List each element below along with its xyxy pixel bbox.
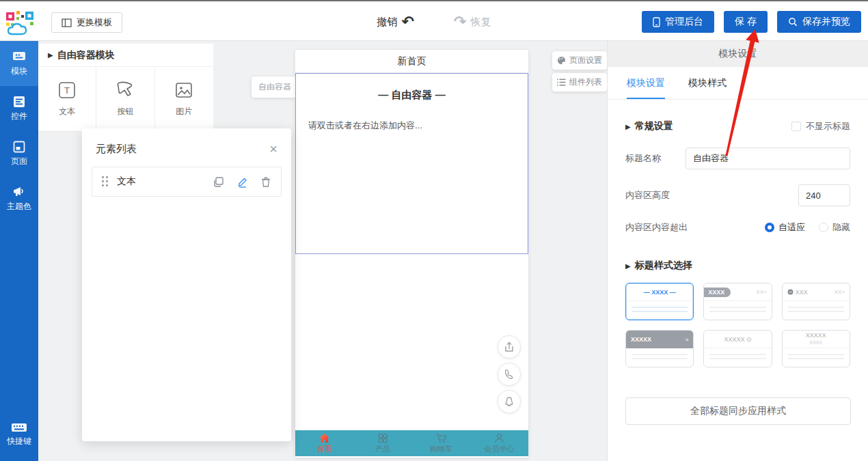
radio-auto-fit[interactable]: 自适应 — [765, 221, 805, 234]
caret-icon: ▶ — [625, 123, 631, 130]
nav-item-label: 产品 — [375, 444, 390, 454]
style-card-preview: XXXX XX> — [704, 283, 771, 301]
radio-icon[interactable] — [765, 223, 774, 232]
edit-icon[interactable] — [236, 176, 248, 188]
style-card-5[interactable]: XXXXX ⊙ — [703, 330, 772, 367]
component-list-button[interactable]: 组件列表 — [552, 73, 607, 92]
style-text: XXXXX — [806, 333, 826, 339]
member-icon — [494, 433, 504, 443]
module-palette-header[interactable]: ▶ 自由容器模块 — [38, 44, 213, 67]
title-name-input[interactable] — [686, 148, 850, 169]
element-list-panel: 元素列表 × 文本 — [82, 128, 291, 441]
hide-title-checkbox[interactable]: 不显示标题 — [791, 120, 850, 132]
title-style-cards: — XXXX — XXXX XX> XXX XX> — [625, 283, 850, 367]
general-settings-title: 常规设置 — [635, 120, 673, 132]
style-card-6[interactable]: XXXXX XXXX — [782, 330, 850, 367]
save-preview-button[interactable]: 保存并预览 — [777, 11, 861, 33]
delete-icon[interactable] — [260, 176, 271, 188]
rail-item-label: 快捷键 — [7, 436, 31, 447]
redo-label: 恢复 — [470, 16, 491, 29]
element-list-row[interactable]: 文本 — [92, 167, 282, 197]
rail-item-label: 页面 — [11, 156, 27, 167]
nav-item-home[interactable]: 首页 — [295, 430, 353, 456]
radio-hidden[interactable]: 隐藏 — [819, 221, 850, 234]
drag-handle-icon[interactable] — [102, 176, 109, 187]
general-settings-header[interactable]: ▶ 常规设置 — [625, 120, 673, 132]
title-name-label: 标题名称 — [625, 152, 686, 165]
qq-icon — [504, 396, 515, 408]
module-tag[interactable]: 自由容器 — [252, 76, 298, 98]
palette-icon — [557, 56, 566, 65]
phone-preview: 新首页 — 自由容器 — 请双击或者在右边添加内容... — [295, 50, 528, 458]
change-template-button[interactable]: 更换模板 — [51, 12, 122, 33]
caret-icon: ▶ — [48, 51, 53, 59]
title-name-field-row: 标题名称 — [625, 148, 850, 169]
radio-hidden-label: 隐藏 — [832, 221, 850, 234]
style-card-preview: XXXXX > — [626, 331, 693, 348]
overflow-field-row: 内容区内容超出 自适应 隐藏 — [625, 221, 850, 234]
share-fab[interactable] — [498, 335, 521, 359]
controls-icon — [12, 96, 26, 108]
rail-item-controls[interactable]: 控件 — [0, 86, 38, 131]
nav-item-cart[interactable]: 购物车 — [412, 430, 470, 456]
style-card-lines — [783, 348, 850, 365]
style-more: XX> — [756, 289, 766, 295]
home-icon — [318, 433, 330, 443]
cursor-element-icon — [116, 81, 135, 100]
page-settings-button[interactable]: 页面设置 — [552, 51, 607, 70]
admin-backend-button[interactable]: 管理后台 — [642, 11, 714, 33]
selected-container-module[interactable]: — 自由容器 — 请双击或者在右边添加内容... — [295, 73, 528, 254]
close-icon[interactable]: × — [269, 142, 277, 156]
title-style-header[interactable]: ▶ 标题样式选择 — [625, 260, 692, 272]
qq-fab[interactable] — [498, 390, 521, 413]
module-palette-panel: ▶ 自由容器模块 T 文本 按钮 — [38, 44, 213, 132]
title-style-title: 标题样式选择 — [635, 260, 692, 272]
style-card-lines — [626, 301, 693, 318]
palette-item-image[interactable]: 图片 — [155, 67, 213, 131]
rail-item-shortcuts[interactable]: 快捷键 — [0, 412, 38, 457]
checkbox-icon[interactable] — [791, 122, 801, 131]
style-card-3[interactable]: XXX XX> — [782, 283, 850, 320]
style-card-2[interactable]: XXXX XX> — [703, 283, 772, 320]
duplicate-icon[interactable] — [213, 176, 224, 188]
products-icon — [377, 433, 388, 443]
palette-item-text[interactable]: T 文本 — [38, 67, 96, 131]
palette-item-button[interactable]: 按钮 — [96, 67, 154, 131]
element-list-header: 元素列表 × — [82, 128, 291, 165]
nav-item-member[interactable]: 会员中心 — [470, 430, 528, 456]
tab-module-style[interactable]: 模块样式 — [688, 67, 727, 99]
phone-fab[interactable] — [498, 363, 521, 386]
overflow-radio-group: 自适应 隐藏 — [765, 221, 850, 234]
rail-item-label: 模块 — [11, 66, 27, 77]
page-settings-label: 页面设置 — [569, 55, 602, 66]
style-card-4[interactable]: XXXXX > — [625, 330, 694, 367]
element-row-label: 文本 — [117, 176, 204, 188]
style-card-preview: XXXXX ⊙ — [704, 331, 771, 348]
modules-icon — [12, 51, 27, 63]
rail-item-modules[interactable]: 模块 — [0, 41, 38, 86]
undo-label: 撤销 — [377, 16, 398, 29]
phone-icon — [504, 369, 515, 380]
style-card-1[interactable]: — XXXX — — [625, 283, 694, 320]
style-band-text: XXXXX — [631, 336, 651, 343]
title-style-row: ▶ 标题样式选择 — [625, 260, 850, 272]
rail-item-theme-color[interactable]: 主题色 — [0, 176, 38, 221]
style-card-lines — [704, 348, 771, 365]
redo-button[interactable]: ↷ 恢复 — [454, 14, 491, 29]
module-palette-title: 自由容器模块 — [57, 49, 115, 61]
apply-all-styles-button[interactable]: 全部标题同步应用样式 — [625, 397, 851, 425]
save-button[interactable]: 保 存 — [724, 11, 768, 33]
undo-button[interactable]: 撤销 ↶ — [377, 14, 414, 29]
svg-text:T: T — [64, 85, 70, 96]
nav-item-products[interactable]: 产品 — [353, 430, 411, 456]
nav-item-label: 购物车 — [430, 444, 452, 454]
editor-canvas: ▶ 自由容器模块 T 文本 按钮 — [38, 41, 607, 461]
settings-panel-title: 模块设置 — [608, 41, 868, 67]
content-height-input[interactable] — [798, 184, 850, 206]
palette-item-label: 按钮 — [117, 106, 133, 117]
tab-module-settings[interactable]: 模块设置 — [627, 67, 665, 99]
mobile-icon — [653, 17, 660, 27]
rail-item-pages[interactable]: 页面 — [0, 131, 38, 176]
radio-icon[interactable] — [819, 223, 828, 232]
rail-spacer — [0, 221, 38, 412]
